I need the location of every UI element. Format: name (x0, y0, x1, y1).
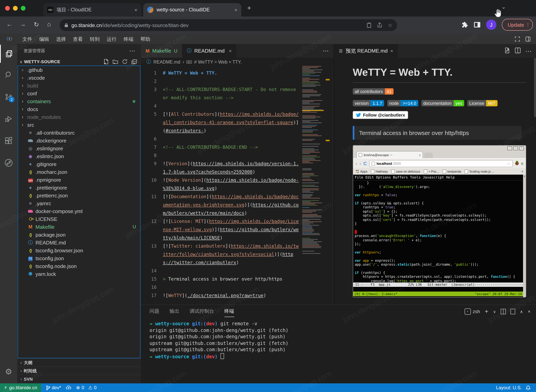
url-bar[interactable]: go.titanide.cn/ide/web/coding/wetty-sour… (60, 19, 397, 31)
tree-file-package.json[interactable]: {}package.json (18, 231, 140, 238)
collapse-all-icon[interactable] (131, 59, 137, 64)
problems-status[interactable]: ⊗ 0 ⚠ 0 (76, 385, 97, 390)
twitter-follow-button[interactable]: Follow @cianbutlerx (353, 111, 408, 119)
minimize-window-button[interactable] (13, 6, 18, 11)
tree-file-.eslintrc.json[interactable]: ◉.eslintrc.json (18, 152, 140, 160)
extensions-puzzle-icon[interactable] (461, 21, 468, 28)
clipboard-icon[interactable] (367, 22, 372, 28)
remote-indicator[interactable]: ⚡ go.titanide.cn (0, 383, 41, 392)
layout-icon[interactable] (525, 36, 531, 41)
terminal-dropdown-chevron-icon[interactable]: ∨ (493, 309, 496, 314)
menu-item[interactable]: 查看 (70, 36, 86, 42)
browser-tab-wetty-source[interactable]: ‹ wetty-source - CloudIDE × (143, 3, 241, 16)
update-button[interactable]: Update ⁞ (502, 19, 533, 31)
open-source-file-icon[interactable] (504, 47, 510, 53)
sidebar-more-icon[interactable]: ⋯ (129, 47, 135, 55)
panel-tab-终端[interactable]: 终端 (224, 308, 234, 317)
source-control-icon[interactable]: 2 (0, 88, 17, 106)
code-line-11[interactable]: 11[![Documentation](https://img.shields.… (141, 193, 302, 217)
close-tab-icon[interactable]: × (390, 48, 393, 54)
code-line-5[interactable]: 5[![All Contributors](https://img.shield… (141, 110, 302, 135)
new-terminal-icon[interactable]: + (485, 308, 489, 315)
tree-file-.mocharc.json[interactable]: {}.mocharc.json (18, 168, 140, 176)
close-tab-icon[interactable]: × (131, 7, 137, 13)
tree-file-.all-contributorsrc[interactable]: ≡.all-contributorsrc (18, 129, 140, 136)
tree-file-LICENSE[interactable]: LICENSE (18, 215, 140, 223)
editor-more-actions-icon[interactable]: ⋯ (322, 44, 334, 58)
menu-item[interactable]: 文件 (19, 36, 36, 42)
menu-item[interactable]: 转到 (86, 36, 103, 42)
sidebar-section-SVN[interactable]: ›SVN (17, 375, 141, 383)
terminal-shell-badge[interactable]: › zsh (464, 308, 480, 315)
sidebar-section-大纲[interactable]: ›大纲 (17, 358, 141, 367)
menu-item[interactable]: 运行 (103, 36, 120, 42)
browser-tab-project[interactable]: <t> 项目 - CloudIDE × (43, 3, 141, 16)
tree-file-.gitignore[interactable]: ◆.gitignore (18, 160, 140, 168)
close-tab-icon[interactable]: × (231, 7, 238, 13)
git-branch-status[interactable]: dev* (46, 385, 61, 390)
tree-folder-docs[interactable]: ›docs (18, 105, 140, 113)
minimap[interactable] (302, 66, 324, 304)
code-line-9[interactable]: 9![Version](https://img.shields.io/badge… (141, 160, 302, 176)
markdown-source-code[interactable]: 1# WeTTY = Web + TTY.2 3<!-- ALL-CONTRIB… (141, 66, 302, 304)
breadcrumb[interactable]: ⓘ README.md › abc # WeTTY = Web + TTY. (141, 58, 334, 66)
preview-scrollbar[interactable] (534, 58, 536, 117)
home-icon[interactable]: ⌂ (47, 21, 51, 28)
panel-tab-输出[interactable]: 输出 (169, 308, 179, 317)
code-line-10[interactable]: 10![Node Version](https://img.shields.io… (141, 176, 302, 193)
gear-icon[interactable]: ⚙ (0, 364, 17, 379)
fullscreen-icon[interactable] (515, 36, 520, 41)
close-window-button[interactable] (5, 6, 10, 11)
extensions-icon[interactable] (0, 132, 17, 150)
code-line-16[interactable]: 16 (141, 283, 302, 292)
code-line-7[interactable]: 7<!-- ALL-CONTRIBUTORS-BADGE:END --> (141, 143, 302, 151)
menu-item[interactable]: 帮助 (137, 36, 154, 42)
tree-file-.yarnrc[interactable]: ≡.yarnrc (18, 199, 140, 207)
tree-folder-src[interactable]: ›src (18, 121, 140, 129)
keyboard-layout-status[interactable]: Layout: U.S. (496, 385, 522, 390)
bell-icon[interactable] (526, 385, 531, 390)
share-icon[interactable] (377, 22, 382, 28)
browser-menu-dots-icon[interactable]: ⁞ (527, 22, 529, 28)
explorer-icon[interactable] (0, 45, 18, 63)
tree-file-Makefile[interactable]: MMakefileU (18, 223, 140, 231)
tree-folder-node_modules[interactable]: ›node_modules (18, 113, 140, 121)
tree-file-tsconfig.browser.json[interactable]: {}tsconfig.browser.json (18, 246, 140, 254)
reload-icon[interactable]: ↻ (34, 21, 39, 28)
code-line-12[interactable]: 12[![License: MIT](https://img.shields.i… (141, 217, 302, 242)
code-line-3[interactable]: 3<!-- ALL-CONTRIBUTORS-BADGE:START - Do … (141, 85, 302, 102)
back-icon[interactable]: ← (6, 21, 13, 28)
split-editor-icon[interactable] (515, 47, 521, 53)
tree-file-.dockerignore[interactable]: .dockerignore (18, 136, 140, 145)
code-line-15[interactable]: 15> Terminal access in browser over http… (141, 275, 302, 283)
sidebar-section-时间线[interactable]: ›时间线 (17, 367, 141, 375)
run-debug-icon[interactable] (0, 110, 17, 128)
tree-folder-.github[interactable]: ›.github (18, 66, 140, 74)
search-icon[interactable] (0, 66, 17, 84)
close-tab-icon[interactable]: × (229, 48, 232, 54)
tree-folder-.vscode[interactable]: ›.vscode (18, 74, 140, 82)
tab-makefile[interactable]: M Makefile U (141, 44, 182, 58)
tree-folder-conf[interactable]: ›conf (18, 89, 140, 97)
git-graph-icon[interactable] (0, 154, 17, 172)
panel-tab-问题[interactable]: 问题 (149, 308, 159, 317)
code-line-4[interactable]: 4 (141, 102, 302, 110)
new-file-icon[interactable] (103, 59, 109, 64)
tree-file-tsconfig.json[interactable]: TStsconfig.json (18, 254, 140, 262)
close-panel-icon[interactable]: × (528, 309, 531, 314)
tree-folder-containers[interactable]: ›containers (18, 97, 140, 105)
sync-status[interactable] (66, 385, 71, 390)
new-folder-icon[interactable] (113, 59, 118, 64)
code-line-1[interactable]: 1# WeTTY = Web + TTY. (141, 69, 302, 77)
menu-item[interactable]: 选择 (53, 36, 70, 42)
new-tab-button[interactable]: + (247, 5, 251, 11)
forward-icon[interactable]: → (20, 21, 26, 28)
menu-item[interactable]: 编辑 (36, 36, 53, 42)
code-line-14[interactable]: 14 (141, 267, 302, 275)
preview-more-actions-icon[interactable]: ⋯ (525, 47, 532, 58)
maximize-panel-icon[interactable]: ∧ (520, 309, 523, 314)
tree-file-yarn.lock[interactable]: yarn.lock (18, 270, 140, 278)
code-line-2[interactable]: 2 (141, 77, 302, 85)
split-terminal-icon[interactable] (501, 309, 506, 314)
tree-file-.prettierrc.json[interactable]: {}.prettierrc.json (18, 191, 140, 199)
